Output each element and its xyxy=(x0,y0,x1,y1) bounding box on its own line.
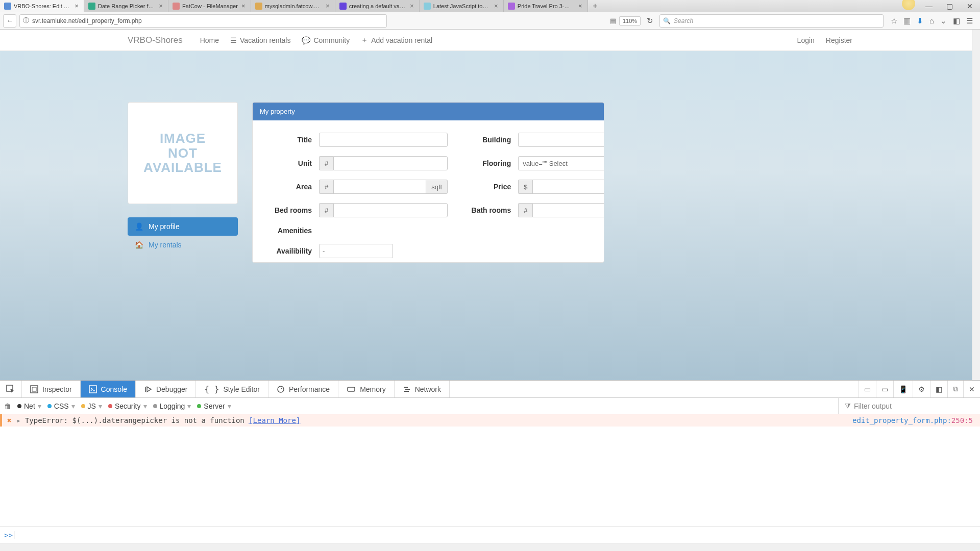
addon-icon[interactable]: ◧ xyxy=(953,16,960,26)
label-building: Building xyxy=(462,136,518,144)
menu-icon[interactable]: ☰ xyxy=(966,16,973,26)
home-icon[interactable]: ⌂ xyxy=(929,16,934,26)
tab-title: VRBO-Shores: Edit property xyxy=(14,3,71,9)
sidebar-item-label: My rentals xyxy=(149,241,182,249)
brand[interactable]: VRBO-Shores xyxy=(128,35,183,45)
tab-close-icon[interactable]: × xyxy=(240,3,247,9)
tab-title: creating a default value of n xyxy=(349,3,406,9)
property-panel: My property Title Building Unit # xyxy=(252,102,604,263)
tab-title: mysqladmin.fatcow.com / c xyxy=(265,3,322,9)
tab-close-icon[interactable]: × xyxy=(74,3,80,9)
tab-title: Date Range Picker for Boots xyxy=(98,3,155,9)
hash-addon: # xyxy=(319,180,333,194)
label-unit: Unit xyxy=(263,159,319,167)
user-icon: 👤 xyxy=(135,222,143,231)
new-tab-button[interactable]: + xyxy=(588,0,602,12)
reader-icon[interactable]: ▤ xyxy=(610,17,616,24)
sidebar-item-label: My profile xyxy=(149,222,180,231)
label-flooring: Flooring xyxy=(462,159,518,167)
nav-login[interactable]: Login xyxy=(797,36,815,44)
area-field[interactable] xyxy=(333,180,426,194)
bedrooms-field[interactable] xyxy=(333,203,448,217)
list-icon: ☰ xyxy=(230,36,237,44)
label-price: Price xyxy=(462,183,518,191)
nav-add-rental[interactable]: ＋Add vacation rental xyxy=(361,36,432,45)
image-placeholder-card: IMAGENOTAVAILABLE xyxy=(128,102,238,204)
panel-title: My property xyxy=(253,103,604,120)
label-title: Title xyxy=(263,136,319,144)
label-bedrooms: Bed rooms xyxy=(263,206,319,214)
image-not-available-text: IMAGENOTAVAILABLE xyxy=(143,131,222,175)
flooring-select[interactable]: value="" Select xyxy=(518,156,604,170)
close-window-button[interactable]: ✕ xyxy=(960,0,980,12)
home-icon: 🏠 xyxy=(135,241,143,249)
plus-icon: ＋ xyxy=(361,36,368,45)
sqft-addon: sqft xyxy=(426,180,448,194)
bathrooms-field[interactable] xyxy=(532,203,604,217)
building-select[interactable] xyxy=(518,133,604,147)
dollar-addon: $ xyxy=(518,180,532,194)
tab[interactable]: creating a default value of n × xyxy=(335,0,420,12)
search-placeholder: Search xyxy=(674,17,693,24)
tab-close-icon[interactable]: × xyxy=(493,3,499,9)
minimize-button[interactable]: — xyxy=(919,0,939,12)
nav-community[interactable]: 💬Community xyxy=(302,36,350,44)
label-amenities: Amenities xyxy=(263,227,319,235)
availibility-field[interactable] xyxy=(319,244,393,258)
hash-addon: # xyxy=(518,203,532,217)
nav-register[interactable]: Register xyxy=(826,36,852,44)
title-field[interactable] xyxy=(319,133,448,147)
tab[interactable]: mysqladmin.fatcow.com / c × xyxy=(251,0,335,12)
reload-button[interactable]: ↻ xyxy=(644,16,656,26)
tab-title: Latest JavaScript topics - Th xyxy=(433,3,491,9)
tab-active[interactable]: VRBO-Shores: Edit property × xyxy=(0,0,84,12)
hash-addon: # xyxy=(319,156,333,170)
maximize-button[interactable]: ▢ xyxy=(939,0,960,12)
label-area: Area xyxy=(263,183,319,191)
url-text: svr.teamluke.net/edit_property_form.php xyxy=(32,17,142,24)
nav-vacation-rentals[interactable]: ☰Vacation rentals xyxy=(230,36,290,44)
tab[interactable]: FatCow - FileManager × xyxy=(168,0,251,12)
search-bar[interactable]: 🔍 Search xyxy=(659,14,884,28)
downloads-icon[interactable]: ⬇ xyxy=(917,16,923,26)
tab[interactable]: Latest JavaScript topics - Th × xyxy=(420,0,504,12)
tab[interactable]: Date Range Picker for Boots × xyxy=(84,0,168,12)
label-bathrooms: Bath rooms xyxy=(462,206,518,214)
zoom-indicator[interactable]: 110% xyxy=(619,16,641,26)
tab[interactable]: Pride Travel Pro 3-Wheel - P × xyxy=(504,0,588,12)
bookmark-star-icon[interactable]: ☆ xyxy=(891,16,897,26)
chat-icon: 💬 xyxy=(302,36,310,44)
sidebar-item-my-rentals[interactable]: 🏠 My rentals xyxy=(128,236,238,254)
tab-title: FatCow - FileManager xyxy=(182,3,238,9)
accent-dot xyxy=(898,0,919,12)
tab-close-icon[interactable]: × xyxy=(325,3,331,9)
label-availibility: Availibility xyxy=(263,247,319,255)
back-button[interactable]: ← xyxy=(3,14,16,28)
tab-close-icon[interactable]: × xyxy=(577,3,583,9)
hash-addon: # xyxy=(319,203,333,217)
unit-field[interactable] xyxy=(333,156,448,170)
library-icon[interactable]: ▥ xyxy=(903,16,911,26)
tab-close-icon[interactable]: × xyxy=(409,3,415,9)
price-field[interactable] xyxy=(532,180,604,194)
sidebar-item-my-profile[interactable]: 👤 My profile xyxy=(128,217,238,236)
search-icon: 🔍 xyxy=(663,17,671,24)
browser-tabs: VRBO-Shores: Edit property × Date Range … xyxy=(0,0,898,12)
nav-home[interactable]: Home xyxy=(200,36,219,44)
site-navbar: VRBO-Shores Home ☰Vacation rentals 💬Comm… xyxy=(0,30,980,51)
tab-close-icon[interactable]: × xyxy=(158,3,164,9)
url-bar[interactable]: ⓘ svr.teamluke.net/edit_property_form.ph… xyxy=(19,14,387,28)
info-icon: ⓘ xyxy=(23,16,29,25)
page-scrollbar[interactable] xyxy=(972,30,980,380)
pocket-icon[interactable]: ⌄ xyxy=(940,16,947,26)
tab-title: Pride Travel Pro 3-Wheel - P xyxy=(518,3,575,9)
